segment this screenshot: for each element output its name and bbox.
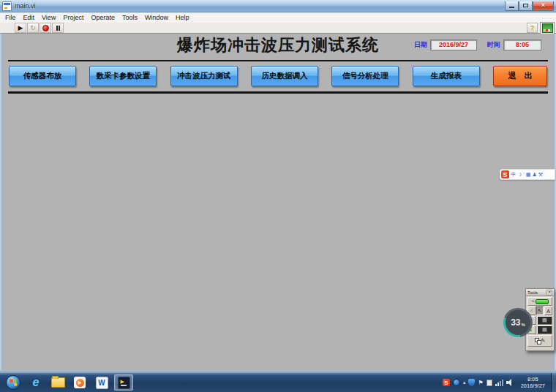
date-indicator: 2016/9/27 bbox=[430, 39, 477, 50]
tray-sogou-icon[interactable]: S bbox=[443, 379, 450, 386]
menu-edit[interactable]: Edit bbox=[20, 14, 39, 21]
separator-line-top bbox=[8, 60, 548, 61]
ime-soft-keyboard-icon[interactable]: ▦ bbox=[526, 170, 531, 178]
vi-icon bbox=[542, 23, 553, 33]
menu-view[interactable]: View bbox=[38, 14, 59, 21]
ime-fullwidth-icon[interactable]: ☽ bbox=[517, 170, 522, 178]
auto-tool-led bbox=[536, 299, 549, 304]
time-label: 时间 bbox=[487, 40, 500, 50]
shockwave-pressure-test-button[interactable]: 冲击波压力测试 bbox=[170, 66, 238, 86]
taskbar-labview-active[interactable] bbox=[114, 374, 133, 391]
sogou-logo-icon[interactable]: S bbox=[501, 170, 509, 178]
pause-button[interactable] bbox=[52, 23, 64, 33]
probe-tool-button[interactable]: ▤ bbox=[537, 325, 552, 334]
run-button[interactable]: ▶ bbox=[15, 23, 26, 33]
edit-text-tool-button[interactable]: A bbox=[544, 306, 552, 315]
tray-antivirus-icon[interactable] bbox=[453, 379, 460, 386]
auto-tool-select-button[interactable]: ⌁ bbox=[527, 297, 552, 306]
date-label: 日期 bbox=[414, 40, 427, 50]
run-icon: ▶ bbox=[18, 24, 23, 31]
set-color-tool-button[interactable]: ✎ bbox=[527, 335, 552, 347]
internet-explorer-icon: e bbox=[33, 376, 40, 389]
menu-tools[interactable]: Tools bbox=[119, 14, 141, 21]
tray-network-icon[interactable] bbox=[495, 379, 503, 386]
menu-project[interactable]: Project bbox=[59, 14, 87, 21]
menu-file[interactable]: File bbox=[1, 14, 20, 21]
ime-tools: 中 ☽ ’ ▦ ♟ ⚒ bbox=[511, 170, 543, 178]
history-data-load-button[interactable]: 历史数据调入 bbox=[251, 66, 318, 86]
window-titlebar[interactable]: main.vi × bbox=[0, 0, 556, 12]
taskbar-file-explorer[interactable] bbox=[48, 374, 67, 391]
menu-help[interactable]: Help bbox=[172, 14, 193, 21]
taskbar-internet-explorer[interactable]: e bbox=[26, 374, 45, 391]
generate-report-button[interactable]: 生成报表 bbox=[413, 66, 480, 86]
position-select-tool-button[interactable]: ↖ bbox=[536, 306, 544, 315]
wand-icon: ⌁ bbox=[531, 298, 534, 304]
ime-punctuation-icon[interactable]: ’ bbox=[523, 170, 525, 178]
exit-button[interactable]: 退 出 bbox=[493, 66, 547, 86]
clock-date: 2016/9/27 bbox=[521, 382, 545, 389]
menu-bar: File Edit View Project Operate Tools Win… bbox=[0, 12, 556, 23]
tools-palette-close-icon[interactable]: ✕ bbox=[546, 290, 552, 295]
daq-card-settings-button[interactable]: 数采卡参数设置 bbox=[89, 66, 157, 86]
minimize-icon bbox=[509, 7, 514, 8]
badge-unit: % bbox=[522, 323, 525, 327]
ime-toolbar[interactable]: S 中 ☽ ’ ▦ ♟ ⚒ bbox=[500, 169, 555, 180]
pause-icon bbox=[56, 26, 60, 31]
media-player-icon: ▶ bbox=[74, 377, 86, 388]
ime-toolbox-icon[interactable]: ⚒ bbox=[538, 170, 543, 178]
abort-button[interactable] bbox=[40, 23, 51, 33]
menu-operate[interactable]: Operate bbox=[87, 14, 119, 21]
tray-hidden-icons-arrow[interactable]: ▴ bbox=[463, 380, 466, 385]
signal-analysis-button[interactable]: 信号分析处理 bbox=[331, 66, 399, 86]
maximize-button[interactable] bbox=[519, 1, 533, 11]
window-title: main.vi bbox=[15, 2, 36, 10]
abort-icon bbox=[42, 25, 49, 31]
tools-palette-title: Tools bbox=[527, 290, 538, 295]
vi-icon-button[interactable] bbox=[540, 22, 555, 34]
labview-vi-icon bbox=[2, 1, 12, 11]
ime-skin-icon[interactable]: ♟ bbox=[532, 170, 536, 178]
tray-action-center-flag-icon[interactable]: ⚑ bbox=[478, 380, 483, 386]
main-button-row: 传感器布放 数采卡参数设置 冲击波压力测试 历史数据调入 信号分析处理 生成报表… bbox=[9, 65, 547, 86]
close-button[interactable]: × bbox=[533, 1, 554, 11]
taskbar-clock[interactable]: 8:05 2016/9/27 bbox=[521, 376, 545, 389]
taskbar-word[interactable]: W bbox=[92, 374, 111, 391]
menu-window[interactable]: Window bbox=[141, 14, 172, 21]
system-tray: S ▴ ⚑ 8:05 2016/9/27 bbox=[443, 373, 556, 392]
vi-toolbar: ▶ ↻ ? bbox=[0, 23, 556, 34]
windows-flag-icon bbox=[10, 379, 18, 387]
tray-shield-icon[interactable] bbox=[468, 379, 475, 386]
minimize-button[interactable] bbox=[505, 1, 519, 11]
maximize-icon bbox=[523, 4, 528, 7]
clock-time: 8:05 bbox=[521, 376, 545, 382]
start-button[interactable] bbox=[6, 375, 20, 390]
close-icon: × bbox=[541, 2, 545, 9]
taskbar: e ▶ W S ▴ ⚑ 8:05 2016/9/27 bbox=[0, 373, 556, 392]
time-indicator: 8:05 bbox=[503, 39, 541, 50]
tray-volume-icon[interactable] bbox=[506, 379, 514, 386]
front-panel: 爆炸场冲击波压力测试系统 日期 2016/9/27 时间 8:05 传感器布放 … bbox=[3, 34, 553, 370]
sensor-deploy-button[interactable]: 传感器布放 bbox=[9, 66, 76, 86]
separator-line-bottom bbox=[8, 91, 548, 94]
context-help-button[interactable]: ? bbox=[527, 23, 538, 33]
labview-icon bbox=[118, 377, 130, 389]
tools-palette-titlebar[interactable]: Tools ✕ bbox=[526, 289, 554, 296]
tray-notes-icon[interactable] bbox=[487, 380, 492, 386]
object-menu-tool-button[interactable]: ▤ bbox=[537, 316, 552, 325]
show-desktop-button[interactable] bbox=[551, 373, 556, 392]
taskbar-media-player[interactable]: ▶ bbox=[70, 374, 89, 391]
word-icon: W bbox=[96, 377, 108, 389]
run-continuous-button[interactable]: ↻ bbox=[27, 23, 39, 33]
run-continuous-icon: ↻ bbox=[30, 24, 36, 31]
datetime-row: 日期 2016/9/27 时间 8:05 bbox=[414, 39, 541, 50]
folder-icon bbox=[51, 377, 65, 388]
badge-value: 33 bbox=[511, 317, 520, 328]
brush-icon: ✎ bbox=[541, 338, 546, 344]
progress-overlay-badge[interactable]: 33 % bbox=[503, 308, 533, 337]
ime-chinese-mode-icon[interactable]: 中 bbox=[511, 170, 516, 178]
color-squares-icon bbox=[535, 338, 541, 344]
